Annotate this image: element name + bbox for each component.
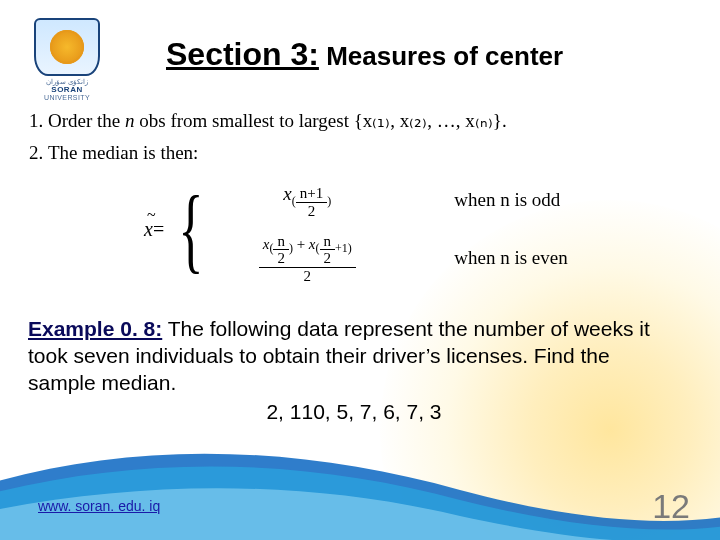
case-odd-sub-num: n+1 bbox=[296, 185, 327, 203]
case-even-xa-num: n bbox=[273, 233, 289, 251]
case-even-plus: + bbox=[293, 235, 309, 251]
title-rest: Measures of center bbox=[319, 41, 563, 71]
logo-sun-icon bbox=[50, 30, 84, 64]
page-number: 12 bbox=[652, 487, 690, 526]
example-label: Example 0. 8: bbox=[28, 317, 162, 340]
footer-url-link[interactable]: www. soran. edu. iq bbox=[38, 498, 160, 514]
example-data: 2, 110, 5, 7, 6, 7, 3 bbox=[28, 399, 680, 426]
case-even-xb-den: 2 bbox=[320, 250, 336, 267]
step1-text-a: Order the bbox=[48, 110, 125, 131]
step2-text: The median is then: bbox=[48, 142, 198, 163]
logo-text-sub: UNIVERSITY bbox=[24, 94, 110, 101]
case-odd-expr: x(n+12) bbox=[222, 181, 392, 219]
case-even: x(n2) + x(n2+1) 2 when n is even bbox=[222, 229, 567, 287]
step1-text-b: obs from smallest to largest bbox=[135, 110, 354, 131]
example-block: Example 0. 8: The following data represe… bbox=[28, 316, 680, 426]
step1-ordered-set: {x₍₁₎, x₍₂₎, …, x₍ₙ₎}. bbox=[354, 110, 507, 131]
case-even-numerator: x(n2) + x(n2+1) bbox=[259, 233, 356, 268]
formula-cases: x(n+12) when n is odd x(n2) + x(n2+1) 2 … bbox=[222, 171, 567, 287]
case-even-outer-frac: x(n2) + x(n2+1) 2 bbox=[259, 233, 356, 285]
case-even-denominator: 2 bbox=[259, 268, 356, 285]
body-content: Order the n obs from smallest to largest… bbox=[24, 108, 696, 295]
case-even-condition: when n is even bbox=[454, 245, 567, 271]
background-swoosh bbox=[0, 430, 720, 540]
case-even-expr: x(n2) + x(n2+1) 2 bbox=[222, 233, 392, 285]
median-formula: x = { x(n+12) when n is odd x(n2) + x(n2… bbox=[144, 171, 696, 287]
formula-lhs: x bbox=[144, 216, 153, 243]
brace-icon: { bbox=[179, 193, 204, 265]
logo-text-main: SORAN bbox=[24, 86, 110, 94]
case-even-xb-num: n bbox=[320, 233, 336, 251]
case-even-xa-den: 2 bbox=[273, 250, 289, 267]
case-odd-subscript: (n+12) bbox=[292, 194, 331, 208]
university-logo: زانكۆى سۆران SORAN UNIVERSITY bbox=[24, 18, 110, 101]
case-odd-sub-den: 2 bbox=[296, 203, 327, 220]
case-even-xb-tail: +1 bbox=[335, 241, 348, 255]
step-1: Order the n obs from smallest to largest… bbox=[48, 108, 696, 134]
case-odd-condition: when n is odd bbox=[454, 187, 560, 213]
step1-var-n: n bbox=[125, 110, 135, 131]
case-odd: x(n+12) when n is odd bbox=[222, 171, 567, 229]
case-odd-x: x bbox=[283, 183, 291, 204]
formula-lhs-x: x bbox=[144, 218, 153, 240]
case-even-xb: x bbox=[309, 235, 316, 251]
step-2: The median is then: bbox=[48, 140, 696, 166]
slide-title: Section 3: Measures of center bbox=[166, 36, 563, 73]
title-section: Section 3: bbox=[166, 36, 319, 72]
logo-shield-icon bbox=[34, 18, 100, 76]
